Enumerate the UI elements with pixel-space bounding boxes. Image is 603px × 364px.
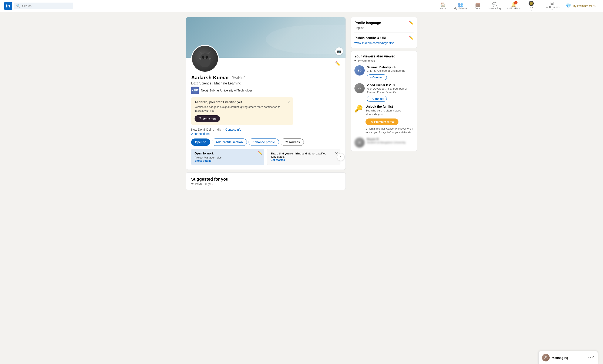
verify-close-button[interactable]: ✕ [288,99,291,104]
banner-camera-button[interactable]: 📷 [335,47,343,55]
nav-premium-label: Try Premium for ₹0 [572,4,596,7]
hire-card: ✕ Share that you're hiring and attract q… [267,149,340,165]
public-profile-url[interactable]: www.linkedin.com/in/heyadrsh [354,41,414,45]
nav-item-home[interactable]: 🏠 Home [436,1,450,11]
sidebar-divider [354,33,414,33]
eye-icon-2: 👁 [354,59,357,62]
unlock-premium-button[interactable]: Try Premium for ₹0 [366,118,398,125]
nav-item-for-business[interactable]: ⊞ For Business ▾ [542,0,562,12]
profile-edit-button[interactable]: ✏️ [335,61,340,66]
nav-items: 🏠 Home 👥 My Network 💼 Jobs 💬 Messaging 🔔… [436,0,599,12]
messaging-more-options-button[interactable]: ··· [583,355,586,360]
right-sidebar: Profile language ✏️ English Public profi… [351,17,417,190]
profile-body: ✏️ Aadarsh Kumar (He/Him) Data Science |… [186,58,346,170]
nav-home-label: Home [440,7,447,10]
work-cards-next-button[interactable]: › [337,153,345,161]
home-icon: 🏠 [440,2,446,7]
enhance-profile-button[interactable]: Enhance profile [249,139,279,146]
jobs-icon: 💼 [475,2,481,7]
viewer-2-name-row: Vinod Kumar P V · 3rd [367,83,414,87]
contact-info-link[interactable]: Contact info [225,128,241,131]
viewer-1-connect-button[interactable]: + Connect [367,74,387,80]
university-logo: NSUT [191,87,199,94]
unlock-info: Unlock the full list See who else is oft… [366,105,414,134]
open-to-work-edit-button[interactable]: ✏️ [258,151,262,155]
location-text: New Delhi, Delhi, India [191,128,221,131]
viewer-1-name-row: Samraat Dabolay · 3rd [367,65,414,69]
suggested-title: Suggested for you [191,177,340,182]
notifications-icon: 🔔 7 [511,2,516,7]
profile-language-section: Profile language ✏️ [354,21,414,25]
svg-point-5 [206,56,208,59]
resources-button[interactable]: Resources [281,139,304,146]
verify-now-button[interactable]: 🛡 Verify now [195,115,220,122]
for-business-icon: ⊞ [550,1,554,6]
viewers-title: Your viewers also viewed [354,54,414,58]
nav-item-jobs[interactable]: 💼 Jobs [471,1,485,11]
viewer-1-name: Samraat Dabolay [367,66,391,69]
nav-item-me[interactable]: 😐 Me ▾ [524,0,538,12]
viewer-blurred-avatar: R [354,137,365,148]
svg-marker-2 [199,51,203,54]
messaging-avatar [542,354,550,362]
viewer-blurred-info: Rayan R Student at Bangalore University [367,137,414,144]
get-started-link[interactable]: Get started [270,158,285,162]
nav-me-label: Me [529,6,533,9]
verify-btn-label: Verify now [202,117,216,120]
unlock-row: 🔑 Unlock the full list See who else is o… [354,105,414,134]
open-to-work-sub: Project Manager roles [195,156,261,159]
public-profile-section: Public profile & URL ✏️ [354,36,414,40]
plus-icon: + [370,76,372,79]
viewer-person-blurred: R Rayan R Student at Bangalore Universit… [354,137,414,148]
nav-for-business-label: For Business [545,6,559,9]
viewer-2-name: Vinod Kumar P V [367,83,391,87]
search-bar[interactable]: 🔍 [14,2,73,9]
profile-language-card: Profile language ✏️ English Public profi… [351,17,417,48]
main-content: 📷 [182,17,421,190]
nav-item-messaging[interactable]: 💬 Messaging [486,1,503,11]
key-icon: 🔑 [354,105,363,113]
svg-marker-3 [207,51,211,54]
linkedin-logo[interactable]: in [4,2,12,10]
university-name: Netaji Subhas University of Technology [201,89,253,92]
viewer-2-info: Vinod Kumar P V · 3rd RPA Developer, IT … [367,83,414,102]
nav-divider [540,2,540,10]
messaging-bar[interactable]: Messaging ··· ✏ ^ [538,351,598,364]
add-profile-section-button[interactable]: Add profile section [212,139,247,146]
profile-info: Aadarsh Kumar (He/Him) Data Science | Ma… [191,58,340,165]
shield-icon: 🛡 [198,117,201,120]
open-to-button[interactable]: Open to [191,139,210,146]
nav-mynetwork-label: My Network [454,7,467,10]
search-icon: 🔍 [16,4,20,8]
viewer-1-title: B. M. S. College of Engineering [367,69,414,73]
camera-icon: 📷 [337,49,341,53]
viewer-1-avatar: SD [354,65,365,76]
viewer-2-degree: · 3rd [392,84,397,87]
open-to-work-card: ✏️ Open to work Project Manager roles Sh… [191,149,264,165]
nav-item-notifications[interactable]: 🔔 7 Notifications [504,1,523,11]
show-details-link[interactable]: Show details [195,159,261,162]
profile-language-edit-button[interactable]: ✏️ [409,21,414,25]
plus-icon-2: + [370,97,372,100]
svg-point-6 [204,58,206,59]
messaging-icon: 💬 [492,2,497,7]
search-input[interactable] [22,4,70,8]
nav-item-my-network[interactable]: 👥 My Network [451,1,470,11]
suggested-sub: 👁 Private to you [191,182,340,186]
connections-row[interactable]: 2 connections [191,132,340,136]
public-profile-edit-button[interactable]: ✏️ [409,36,414,40]
svg-point-13 [545,356,547,358]
nav-messaging-label: Messaging [488,7,501,10]
profile-name: Aadarsh Kumar [191,75,229,81]
nav-premium-button[interactable]: 💎 Try Premium for ₹0 [563,2,599,10]
profile-edu: NSUT Netaji Subhas University of Technol… [191,87,340,94]
profile-pronouns: (He/Him) [232,76,245,80]
viewer-2-connect-button[interactable]: + Connect [367,96,387,102]
notifications-badge: 7 [514,1,518,4]
profile-avatar [191,45,219,72]
trial-text: 1-month free trial. Cancel whenever. We'… [366,127,414,134]
messaging-compose-button[interactable]: ✏ [588,355,591,360]
avatar-image [192,46,218,72]
viewer-2-title: RPA Developer, IT at ppd, part of Thermo… [367,87,414,94]
messaging-expand-button[interactable]: ^ [592,355,594,360]
